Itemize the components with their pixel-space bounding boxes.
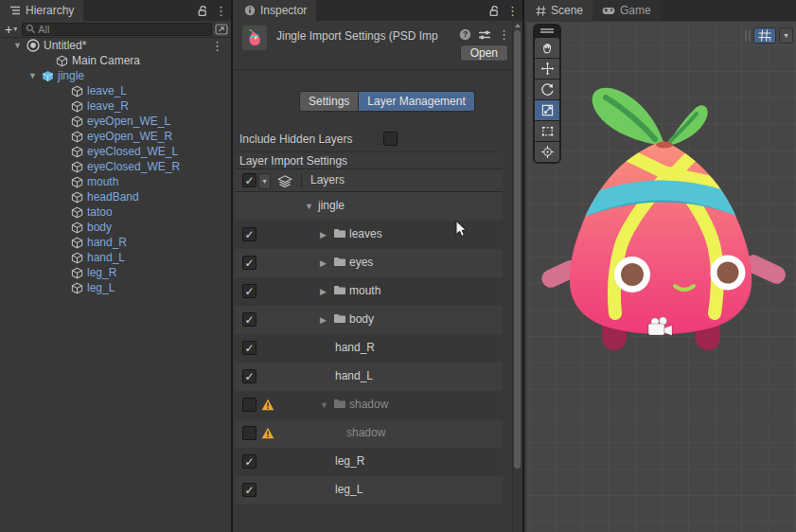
item-label: hand_L xyxy=(87,251,125,264)
hierarchy-item-eyeopen-we-l[interactable]: eyeOpen_WE_L xyxy=(0,114,231,129)
layer-label: jingle xyxy=(318,199,345,212)
layers-filter-dropdown[interactable]: ▾ xyxy=(258,173,271,189)
toggle-all-layers-checkbox[interactable]: ✓ xyxy=(242,173,256,187)
inspector-tabbar: Inspector ⋮ xyxy=(235,0,522,21)
layer-row-jingle[interactable]: ▼jingle xyxy=(235,192,503,221)
item-label: mouth xyxy=(87,175,118,188)
warning-icon xyxy=(261,399,274,411)
hierarchy-icon xyxy=(9,6,21,15)
add-object-button[interactable]: +▾ xyxy=(3,22,19,37)
hierarchy-item-hand-l[interactable]: hand_L xyxy=(0,250,231,265)
layer-checkbox[interactable]: ✓ xyxy=(242,483,256,497)
include-hidden-layers-checkbox[interactable] xyxy=(383,132,398,146)
scene-menu-icon[interactable]: ⋮ xyxy=(211,39,223,53)
hierarchy-item-eyeclosed-we-r[interactable]: eyeClosed_WE_R xyxy=(0,159,231,174)
layer-label: mouth xyxy=(349,284,380,297)
layer-checkbox[interactable] xyxy=(242,426,256,440)
layer-row-hand_l[interactable]: ✓hand_L xyxy=(235,363,503,391)
open-button[interactable]: Open xyxy=(460,44,508,62)
scrollbar-up-arrow[interactable] xyxy=(515,24,521,27)
hierarchy-item-headband[interactable]: headBand xyxy=(0,189,231,204)
cube-icon xyxy=(71,85,83,98)
presets-icon[interactable] xyxy=(478,29,491,41)
expander-icon[interactable]: ▶ xyxy=(320,287,327,296)
hierarchy-item-main-camera[interactable]: Main Camera xyxy=(0,53,231,68)
hierarchy-item-tatoo[interactable]: tatoo xyxy=(0,204,231,220)
hierarchy-item-untitled-[interactable]: ▼Untitled*⋮ xyxy=(0,38,231,53)
layer-row-leg_r[interactable]: ✓leg_R xyxy=(235,448,503,476)
hierarchy-item-leave-l[interactable]: leave_L xyxy=(0,83,231,98)
asset-title: Jingle Import Settings (PSD Imp xyxy=(276,29,459,43)
expander-icon[interactable]: ▼ xyxy=(320,400,328,410)
unlock-icon[interactable] xyxy=(488,5,500,17)
layer-checkbox[interactable]: ✓ xyxy=(242,312,256,327)
cube-icon xyxy=(71,222,83,234)
character-leaves xyxy=(593,88,708,146)
item-label: eyeOpen_WE_L xyxy=(87,115,170,128)
layer-row-eyes[interactable]: ✓▶eyes xyxy=(235,249,503,277)
scene-panel: Scene Game Pivot ▾ Gl xyxy=(526,0,796,532)
asset-menu-icon[interactable]: ⋮ xyxy=(498,28,510,41)
info-icon xyxy=(244,5,256,16)
hierarchy-item-leg-r[interactable]: leg_R xyxy=(0,265,231,280)
item-label: leg_L xyxy=(87,281,115,294)
help-icon[interactable]: ? xyxy=(459,28,471,41)
layer-label: shadow xyxy=(346,426,385,439)
mode-tab-settings[interactable]: Settings xyxy=(299,91,359,112)
layer-row-mouth[interactable]: ✓▶mouth xyxy=(235,277,503,306)
svg-text:?: ? xyxy=(463,29,468,39)
tab-inspector[interactable]: Inspector xyxy=(235,0,316,21)
open-search-window-icon[interactable] xyxy=(215,24,228,35)
hierarchy-item-hand-r[interactable]: hand_R xyxy=(0,235,231,250)
cube-icon xyxy=(71,131,83,143)
asset-thumbnail xyxy=(242,26,267,50)
layer-checkbox[interactable] xyxy=(242,398,256,412)
scene-viewport[interactable]: Y ▾ xyxy=(526,22,796,532)
scrollbar-thumb[interactable] xyxy=(514,30,521,469)
layer-checkbox[interactable]: ✓ xyxy=(242,454,256,469)
expander-icon[interactable]: ▼ xyxy=(13,41,22,50)
layer-row-body[interactable]: ✓▶body xyxy=(235,306,503,334)
unlock-icon[interactable] xyxy=(197,5,208,17)
layers-column-label: Layers xyxy=(310,173,345,186)
tab-scene[interactable]: Scene xyxy=(526,0,593,21)
inspector-scrollbar[interactable] xyxy=(512,21,522,532)
expander-icon[interactable]: ▶ xyxy=(320,230,327,239)
layer-checkbox[interactable]: ✓ xyxy=(242,284,256,298)
expander-icon[interactable]: ▼ xyxy=(28,71,37,80)
hierarchy-item-leg-l[interactable]: leg_L xyxy=(0,280,231,295)
expander-icon[interactable]: ▶ xyxy=(320,315,327,325)
mode-tab-layer-management[interactable]: Layer Management xyxy=(359,91,474,112)
layer-checkbox[interactable]: ✓ xyxy=(242,256,256,270)
layer-checkbox[interactable]: ✓ xyxy=(242,227,256,241)
hierarchy-item-mouth[interactable]: mouth xyxy=(0,174,231,189)
hierarchy-toolbar: +▾ All xyxy=(0,21,231,38)
hierarchy-menu-icon[interactable]: ⋮ xyxy=(215,5,227,17)
expander-icon[interactable]: ▶ xyxy=(320,258,327,268)
hierarchy-tab-label: Hierarchy xyxy=(26,4,74,17)
hierarchy-panel: Hierarchy ⋮ +▾ All ▼Untitled*⋮Main Camer… xyxy=(0,0,233,532)
layer-row-shadow[interactable]: ▼shadow xyxy=(235,391,503,419)
hierarchy-item-eyeclosed-we-l[interactable]: eyeClosed_WE_L xyxy=(0,144,231,159)
hierarchy-item-body[interactable]: body xyxy=(0,220,231,235)
inspector-menu-icon[interactable]: ⋮ xyxy=(506,5,519,17)
tab-hierarchy[interactable]: Hierarchy xyxy=(0,0,83,21)
hierarchy-item-leave-r[interactable]: leave_R xyxy=(0,98,231,114)
hierarchy-item-eyeopen-we-r[interactable]: eyeOpen_WE_R xyxy=(0,129,231,144)
hierarchy-item-jingle[interactable]: ▼jingle xyxy=(0,68,231,83)
tab-game[interactable]: Game xyxy=(593,0,661,21)
item-label: Untitled* xyxy=(44,39,86,52)
hierarchy-search-input[interactable]: All xyxy=(22,23,212,36)
layer-checkbox[interactable]: ✓ xyxy=(242,341,256,355)
layer-row-shadow[interactable]: shadow xyxy=(235,419,503,448)
layer-row-leg_l[interactable]: ✓leg_L xyxy=(235,476,503,505)
item-label: tatoo xyxy=(87,205,113,219)
layer-row-hand_r[interactable]: ✓hand_R xyxy=(235,334,503,363)
game-tab-label: Game xyxy=(620,4,651,17)
folder-icon xyxy=(333,399,346,409)
jingle-character-sprite[interactable] xyxy=(526,22,796,532)
expander-icon[interactable]: ▼ xyxy=(305,202,313,211)
layer-checkbox[interactable]: ✓ xyxy=(242,369,256,383)
mouse-cursor xyxy=(455,221,468,238)
item-label: leave_R xyxy=(87,99,129,113)
